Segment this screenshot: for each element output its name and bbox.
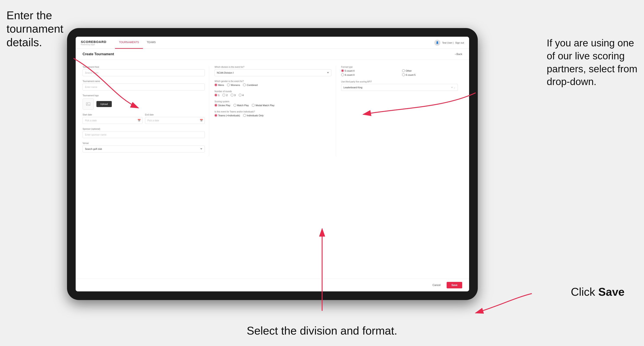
logo-upload-area: Upload (82, 98, 205, 110)
venue-select[interactable]: Search golf club (82, 146, 205, 152)
navbar: SCOREBOARD Powered by clippit TOURNAMENT… (76, 37, 469, 49)
start-date-group: Start date 📅 (82, 114, 142, 124)
format-6count5[interactable]: 6 count 5 (402, 73, 458, 76)
form-area: Tournament Host Tournament name Tourname… (76, 60, 469, 279)
sign-out-link[interactable]: Sign out (455, 41, 464, 44)
scoring-match-radio[interactable] (234, 104, 236, 107)
sponsor-label: Sponsor (optional) (82, 128, 205, 130)
brand-title: SCOREBOARD (81, 40, 106, 44)
rounds-3[interactable]: 3 (231, 94, 236, 96)
rounds-1-radio[interactable] (214, 94, 217, 96)
nav-teams[interactable]: TEAMS (143, 37, 160, 49)
format-label: Format type (341, 66, 458, 68)
teams-individuals-label: Individuals Only (247, 114, 264, 117)
scoring-radio-group: Stroke Play Match Play Medal Match Play (214, 104, 331, 107)
annotation-top-right: If you are using one of our live scoring… (547, 37, 638, 88)
end-date-label: End date (145, 114, 205, 116)
form-grid: Tournament Host Tournament name Tourname… (82, 66, 462, 156)
scoring-medal-match-radio[interactable] (252, 104, 255, 107)
nav-tournaments[interactable]: TOURNAMENTS (115, 37, 143, 49)
tablet-frame: SCOREBOARD Powered by clippit TOURNAMENT… (67, 28, 478, 300)
gender-mens-radio[interactable] (214, 84, 217, 86)
end-date-group: End date 📅 (145, 114, 205, 124)
scoring-medal-match-label: Medal Match Play (256, 104, 274, 107)
page-title: Create Tournament (82, 52, 114, 56)
tournament-name-input[interactable] (82, 84, 205, 90)
teams-group: Is this event for Teams and/or Individua… (214, 111, 331, 117)
scoring-group: Scoring system Stroke Play Match Play (214, 100, 331, 107)
sponsor-input[interactable] (82, 131, 205, 138)
gender-radio-group: Mens Womens Combined (214, 84, 331, 86)
form-col-3: Format type 5 count 4 Other (336, 66, 462, 156)
gender-womens[interactable]: Womens (227, 84, 240, 86)
api-value: Leaderboard King (344, 86, 362, 89)
gender-combined-label: Combined (247, 84, 258, 86)
api-field[interactable]: Leaderboard King ✕ ⌄ (341, 84, 458, 91)
navbar-links: TOURNAMENTS TEAMS (115, 37, 434, 49)
form-footer: Cancel Save (76, 279, 469, 291)
gender-mens[interactable]: Mens (214, 84, 224, 86)
format-5count4[interactable]: 5 count 4 (341, 69, 397, 72)
venue-group: Venue Search golf club (82, 142, 205, 152)
image-icon (86, 102, 90, 106)
upload-button[interactable]: Upload (96, 101, 112, 107)
format-6count5-radio[interactable] (402, 73, 405, 76)
format-6count4[interactable]: 6 count 4 (341, 73, 397, 76)
format-6count4-radio[interactable] (341, 73, 344, 76)
api-clear-button[interactable]: ✕ ⌄ (451, 86, 456, 89)
rounds-3-radio[interactable] (231, 94, 234, 96)
api-label: Use third-party live scoring API? (341, 81, 458, 83)
division-select[interactable]: NCAA Division I (214, 69, 331, 76)
rounds-group: Number of rounds 1 2 (214, 90, 331, 96)
cancel-button[interactable]: Cancel (429, 282, 444, 288)
format-5count4-radio[interactable] (341, 69, 344, 72)
start-date-wrap: 📅 (82, 117, 142, 124)
user-name: Test User | (442, 41, 453, 44)
rounds-2[interactable]: 2 (222, 94, 228, 96)
start-date-input[interactable] (82, 117, 142, 124)
gender-combined-radio[interactable] (243, 84, 246, 86)
rounds-4[interactable]: 4 (239, 94, 244, 96)
rounds-4-label: 4 (242, 94, 244, 96)
save-button[interactable]: Save (447, 282, 462, 288)
tournament-host-label: Tournament Host (82, 66, 205, 68)
start-calendar-icon: 📅 (138, 119, 141, 122)
rounds-1[interactable]: 1 (214, 94, 220, 96)
tablet-screen: SCOREBOARD Powered by clippit TOURNAMENT… (76, 37, 469, 291)
sponsor-group: Sponsor (optional) (82, 128, 205, 138)
annotation-bottom-center: Select the division and format. (247, 324, 397, 337)
scoring-medal-match[interactable]: Medal Match Play (252, 104, 274, 107)
tournament-name-label: Tournament name (82, 80, 205, 82)
teams-teams[interactable]: Teams (+Individuals) (214, 114, 240, 117)
teams-individuals-radio[interactable] (243, 114, 246, 117)
tournament-host-input[interactable] (82, 69, 205, 76)
format-options-grid: 5 count 4 Other 6 count 4 (341, 69, 458, 76)
rounds-radio-group: 1 2 3 4 (214, 94, 331, 96)
format-5count4-label: 5 count 4 (345, 69, 354, 72)
navbar-right: 👤 Test User | Sign out (434, 40, 464, 46)
scoring-stroke-radio[interactable] (214, 104, 217, 107)
gender-womens-radio[interactable] (227, 84, 230, 86)
end-date-input[interactable] (145, 117, 205, 124)
rounds-2-label: 2 (226, 94, 228, 96)
teams-label: Is this event for Teams and/or Individua… (214, 111, 331, 113)
scoring-label: Scoring system (214, 100, 331, 103)
gender-combined[interactable]: Combined (243, 84, 258, 86)
rounds-2-radio[interactable] (222, 94, 225, 96)
gender-group: Which gender is the event for? Mens Wome… (214, 80, 331, 86)
scoring-match[interactable]: Match Play (234, 104, 249, 107)
back-button[interactable]: ‹ Back (455, 53, 462, 56)
rounds-3-label: 3 (234, 94, 236, 96)
format-other[interactable]: Other (402, 69, 458, 72)
format-other-radio[interactable] (402, 69, 405, 72)
format-other-label: Other (406, 69, 412, 72)
logo-placeholder (82, 98, 94, 110)
teams-individuals[interactable]: Individuals Only (243, 114, 264, 117)
end-date-wrap: 📅 (145, 117, 205, 124)
scoring-stroke[interactable]: Stroke Play (214, 104, 230, 107)
teams-teams-label: Teams (+Individuals) (218, 114, 240, 117)
rounds-4-radio[interactable] (239, 94, 242, 96)
teams-teams-radio[interactable] (214, 114, 217, 117)
avatar: 👤 (434, 40, 440, 46)
scoring-match-label: Match Play (237, 104, 249, 107)
